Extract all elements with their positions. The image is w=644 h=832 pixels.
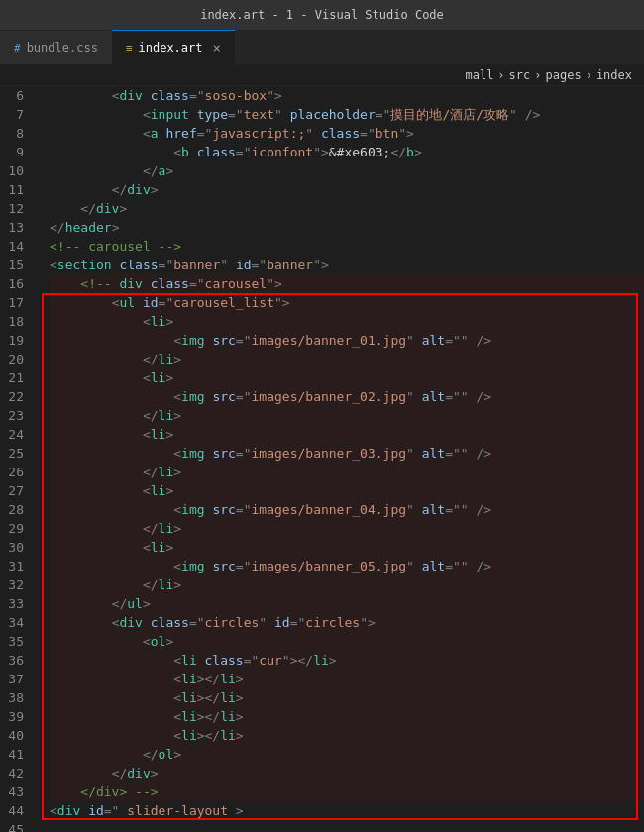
line-num-30: 30 <box>0 538 32 557</box>
code-line-10: </a> <box>50 161 644 180</box>
title-bar: index.art - 1 - Visual Studio Code <box>0 0 644 30</box>
line-num-13: 13 <box>0 218 32 237</box>
tab-bundle-css[interactable]: # bundle.css <box>0 30 112 64</box>
code-line-17: <!-- div class="carousel"> <box>50 274 644 293</box>
code-line-36: <ol> <box>50 632 644 651</box>
line-num-35: 35 <box>0 632 32 651</box>
code-line-38: <li></li> <box>50 670 644 688</box>
tab-label-bundle-css: bundle.css <box>27 41 98 54</box>
code-line-14: <!-- carousel --> <box>50 237 644 256</box>
line-num-18: 18 <box>0 312 32 331</box>
line-num-24: 24 <box>0 425 32 444</box>
code-line-9: <b class="iconfont">&#xe603;</b> <box>50 143 644 161</box>
breadcrumb-sep-1: › <box>497 68 504 82</box>
line-num-42: 42 <box>0 764 32 782</box>
line-num-39: 39 <box>0 707 32 726</box>
code-line-13: </header> <box>50 218 644 237</box>
line-num-14: 14 <box>0 237 32 256</box>
line-num-28: 28 <box>0 500 32 519</box>
code-line-35: <div class="circles" id="circles"> <box>50 613 644 632</box>
line-num-32: 32 <box>0 575 32 594</box>
line-num-29: 29 <box>0 519 32 538</box>
line-num-7: 7 <box>0 105 32 124</box>
line-num-34: 34 <box>0 613 32 632</box>
line-num-43: 43 <box>0 782 32 801</box>
tab-bar: # bundle.css ≡ index.art × <box>0 30 644 64</box>
breadcrumb: mall › src › pages › index <box>0 64 644 86</box>
code-line-23: <img src="images/banner_02.jpg" alt="" /… <box>50 387 644 406</box>
breadcrumb-sep-3: › <box>586 68 592 82</box>
line-num-21: 21 <box>0 368 32 387</box>
tab-close-button[interactable]: × <box>213 41 221 54</box>
code-line-7: <input type="text" placeholder="摸目的地/酒店/… <box>50 105 644 124</box>
code-line-16: <section class="banner" id="banner"> <box>50 256 644 274</box>
line-num-36: 36 <box>0 651 32 670</box>
line-num-22: 22 <box>0 387 32 406</box>
line-num-26: 26 <box>0 463 32 481</box>
code-line-43: </div> <box>50 764 644 782</box>
code-line-45: <div id=" slider-layout > <box>50 801 644 820</box>
tab-icon-art: ≡ <box>126 42 133 54</box>
tab-label-index-art: index.art <box>139 41 203 54</box>
code-line-29: <img src="images/banner_04.jpg" alt="" /… <box>50 500 644 519</box>
line-num-23: 23 <box>0 406 32 425</box>
line-num-9: 9 <box>0 143 32 161</box>
line-num-11: 11 <box>0 180 32 199</box>
line-num-16: 16 <box>0 274 32 293</box>
line-num-8: 8 <box>0 124 32 143</box>
code-line-40: <li></li> <box>50 707 644 726</box>
line-num-25: 25 <box>0 444 32 463</box>
line-num-37: 37 <box>0 670 32 688</box>
code-line-44: </div> --> <box>50 782 644 801</box>
code-line-30: </li> <box>50 519 644 538</box>
code-content[interactable]: <div class="soso-box"> <input type="text… <box>40 86 644 832</box>
code-line-42: </ol> <box>50 745 644 764</box>
code-line-20: <img src="images/banner_01.jpg" alt="" /… <box>50 331 644 350</box>
tab-icon-css: # <box>14 42 21 54</box>
code-line-39: <li></li> <box>50 688 644 707</box>
line-num-20: 20 <box>0 350 32 368</box>
breadcrumb-part-pages: pages <box>546 68 582 82</box>
line-num-15: 15 <box>0 256 32 274</box>
line-num-44: 44 <box>0 801 32 820</box>
code-line-28: <li> <box>50 481 644 500</box>
code-line-32: <img src="images/banner_05.jpg" alt="" /… <box>50 557 644 575</box>
line-num-31: 31 <box>0 557 32 575</box>
line-numbers: 6 7 8 9 10 11 12 13 14 15 16 17 18 19 20… <box>0 86 40 832</box>
tab-index-art[interactable]: ≡ index.art × <box>112 30 235 64</box>
line-num-45: 45 <box>0 820 32 832</box>
code-editor: 6 7 8 9 10 11 12 13 14 15 16 17 18 19 20… <box>0 86 644 832</box>
code-line-27: </li> <box>50 463 644 481</box>
breadcrumb-part-index: index <box>596 68 632 82</box>
breadcrumb-part-src: src <box>509 68 531 82</box>
breadcrumb-sep-2: › <box>534 68 541 82</box>
code-line-41: <li></li> <box>50 726 644 745</box>
breadcrumb-part-mall: mall <box>465 68 493 82</box>
code-line-18: <ul id="carousel_list"> <box>50 293 644 312</box>
code-line-8: <a href="javascript:;" class="btn"> <box>50 124 644 143</box>
code-line-31: <li> <box>50 538 644 557</box>
title-text: index.art - 1 - Visual Studio Code <box>200 8 444 22</box>
code-line-22: <li> <box>50 368 644 387</box>
code-line-6: <div class="soso-box"> <box>50 86 644 105</box>
code-line-26: <img src="images/banner_03.jpg" alt="" /… <box>50 444 644 463</box>
code-line-24: </li> <box>50 406 644 425</box>
line-num-27: 27 <box>0 481 32 500</box>
line-num-41: 41 <box>0 745 32 764</box>
line-num-40: 40 <box>0 726 32 745</box>
line-num-12: 12 <box>0 199 32 218</box>
line-num-33: 33 <box>0 594 32 613</box>
code-line-11: </div> <box>50 180 644 199</box>
line-num-19: 19 <box>0 331 32 350</box>
line-num-10: 10 <box>0 161 32 180</box>
code-line-33: </li> <box>50 575 644 594</box>
code-line-12: </div> <box>50 199 644 218</box>
code-line-25: <li> <box>50 425 644 444</box>
line-num-17: 17 <box>0 293 32 312</box>
code-line-19: <li> <box>50 312 644 331</box>
line-num-38: 38 <box>0 688 32 707</box>
code-line-21: </li> <box>50 350 644 368</box>
code-line-37: <li class="cur"></li> <box>50 651 644 670</box>
line-num-6: 6 <box>0 86 32 105</box>
code-line-34: </ul> <box>50 594 644 613</box>
